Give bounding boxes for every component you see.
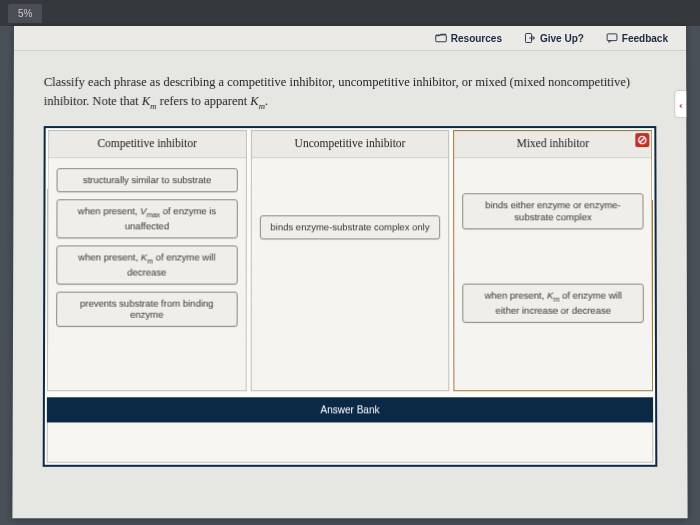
- page: Resources Give Up? Feedback ‹ Classify e…: [12, 26, 687, 518]
- svg-rect-2: [607, 34, 617, 41]
- sorting-frame: Competitive inhibitor structurally simil…: [43, 126, 658, 467]
- feedback-button[interactable]: Feedback: [606, 32, 668, 44]
- browser-chrome: 5%: [0, 0, 700, 26]
- tab-percent: 5%: [8, 4, 42, 23]
- exit-icon: [524, 32, 536, 44]
- resources-label: Resources: [451, 32, 502, 43]
- chip[interactable]: structurally similar to substrate: [57, 169, 238, 193]
- giveup-button[interactable]: Give Up?: [524, 32, 584, 44]
- question-text: Classify each phrase as describing a com…: [44, 73, 657, 112]
- alert-icon: ‹: [679, 98, 683, 110]
- columns: Competitive inhibitor structurally simil…: [47, 130, 653, 391]
- chip[interactable]: prevents substrate from binding enzyme: [56, 291, 237, 327]
- no-drop-icon: [635, 133, 649, 147]
- folder-icon: [435, 32, 447, 44]
- side-tab-button[interactable]: ‹: [674, 90, 686, 118]
- chip[interactable]: when present, Vmax of enzyme is unaffect…: [56, 200, 237, 239]
- resources-button[interactable]: Resources: [435, 32, 502, 44]
- chip[interactable]: binds enzyme-substrate complex only: [259, 216, 440, 240]
- column-header: Uncompetitive inhibitor: [252, 131, 449, 158]
- giveup-label: Give Up?: [540, 32, 584, 43]
- column-header: Competitive inhibitor: [49, 131, 246, 158]
- chip[interactable]: when present, Km of enzyme will either i…: [463, 284, 644, 323]
- column-uncompetitive[interactable]: Uncompetitive inhibitor binds enzyme-sub…: [250, 130, 449, 391]
- chip[interactable]: when present, Km of enzyme will decrease: [56, 245, 237, 284]
- chat-icon: [606, 32, 618, 44]
- column-competitive[interactable]: Competitive inhibitor structurally simil…: [47, 130, 247, 391]
- column-mixed[interactable]: Mixed inhibitor binds either enzyme or e…: [453, 130, 653, 391]
- chip[interactable]: binds either enzyme or enzyme-substrate …: [463, 194, 644, 230]
- svg-line-4: [640, 138, 645, 143]
- toolbar: Resources Give Up? Feedback: [14, 26, 686, 51]
- column-header: Mixed inhibitor: [454, 131, 651, 158]
- feedback-label: Feedback: [622, 32, 668, 43]
- answer-bank-area[interactable]: [47, 423, 654, 463]
- content-area: Classify each phrase as describing a com…: [13, 51, 688, 479]
- answer-bank-header[interactable]: Answer Bank: [47, 398, 653, 423]
